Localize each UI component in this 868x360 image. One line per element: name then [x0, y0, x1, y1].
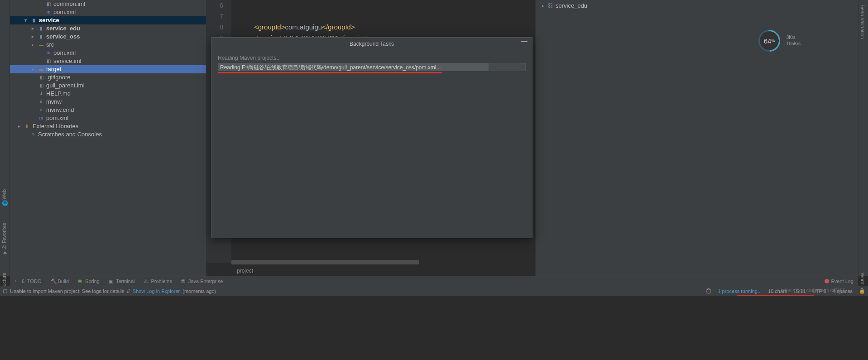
tree-label: mvnw.cmd: [46, 106, 74, 114]
maven-panel: ▸ ⛓ service_edu 64% 3K/s 105K/s: [535, 0, 858, 276]
chevron-right-icon: ▸: [32, 41, 36, 49]
network-gauge: 64% 3K/s 105K/s: [758, 27, 804, 54]
tab-event-log[interactable]: Event Log: [825, 278, 858, 284]
tab-java-enterprise[interactable]: ⛃Java Enterprise: [177, 276, 227, 286]
star-icon: ★: [1, 251, 7, 256]
tree-label: External Libraries: [33, 122, 78, 130]
tree-item-pom1[interactable]: mpom.xml: [10, 8, 206, 16]
tab-terminal[interactable]: ▣Terminal: [104, 276, 139, 286]
tree-label: .gitignore: [46, 73, 70, 82]
file-icon: ◧: [38, 74, 44, 81]
todo-icon: ≔: [14, 278, 20, 284]
tab-problems[interactable]: ⚠Problems: [139, 276, 176, 286]
tree-item-common-iml[interactable]: ◧common.iml: [10, 0, 206, 8]
task-label: Reading Maven projects..: [218, 55, 526, 61]
tree-item-help-md[interactable]: ⬇HELP.md: [10, 90, 206, 98]
status-sep: //: [127, 288, 130, 294]
tree-label: src: [46, 41, 54, 49]
gauge-download: 105K/s: [783, 41, 801, 47]
right-tool-strip: Bean Validation Word Book: [858, 0, 868, 276]
tree-label: common.iml: [53, 0, 85, 8]
project-tree[interactable]: ◧common.iml mpom.xml ▾▮service ▸▮service…: [10, 0, 206, 276]
tree-label: service_oss: [46, 33, 80, 41]
status-bar: ▢ Unable to import Maven project: See lo…: [0, 286, 868, 296]
annotation-underline: [218, 72, 442, 73]
tree-item-guli-parent-iml[interactable]: ◧guli_parent.iml: [10, 82, 206, 90]
xml-text: com.atguigu: [285, 23, 322, 31]
maven-item-service-edu[interactable]: ▸ ⛓ service_edu: [536, 0, 858, 11]
minimize-icon[interactable]: [521, 41, 528, 42]
tree-item-service-edu[interactable]: ▸▮service_edu: [10, 24, 206, 33]
maven-module-icon: ⛓: [547, 2, 553, 9]
tool-tab-bean-validation[interactable]: Bean Validation: [858, 1, 867, 43]
tree-item-scratches[interactable]: ✎Scratches and Consoles: [10, 130, 206, 139]
tree-label: guli_parent.iml: [46, 82, 85, 90]
chevron-down-icon: ▾: [24, 16, 29, 24]
status-suffix: (moments ago): [182, 288, 216, 294]
maven-icon: m: [45, 9, 52, 15]
tab-todo[interactable]: ≔6: TODO: [10, 276, 46, 286]
tree-label: target: [46, 65, 61, 73]
chevron-right-icon: ▸: [32, 65, 36, 73]
tree-item-service-oss[interactable]: ▸▮service_oss: [10, 33, 206, 41]
status-process[interactable]: 1 process running...: [718, 288, 762, 294]
left-tool-strip: 🌐Web ★2: Favorites ⁝⁝7: Structure: [0, 0, 10, 276]
empty-area: [0, 296, 868, 360]
gauge-stats: 3K/s 105K/s: [783, 34, 801, 47]
file-icon: ≡: [38, 99, 44, 105]
tree-label: pom.xml: [53, 8, 76, 16]
javaee-icon: ⛃: [181, 278, 187, 284]
globe-icon: 🌐: [1, 201, 7, 206]
status-link[interactable]: Show Log in Explorer: [133, 288, 180, 294]
maven-icon: m: [45, 50, 52, 56]
tree-label: service_edu: [46, 24, 80, 33]
scratch-icon: ✎: [30, 131, 36, 138]
chevron-right-icon: ▸: [542, 3, 544, 8]
tab-spring[interactable]: ❀Spring: [73, 276, 104, 286]
line-number: 6: [206, 0, 223, 11]
tool-tab-favorites[interactable]: ★2: Favorites: [0, 219, 8, 259]
gauge-percent: 64: [764, 37, 772, 45]
tree-item-pom3[interactable]: mpom.xml: [10, 114, 206, 122]
warning-icon: ⚠: [144, 278, 149, 284]
markdown-icon: ⬇: [38, 91, 44, 97]
tree-label: service: [39, 16, 59, 24]
tree-item-target[interactable]: ▸▬target: [10, 65, 206, 73]
dialog-title: Background Tasks: [350, 41, 394, 47]
tree-item-service[interactable]: ▾▮service: [10, 16, 206, 24]
tree-label: HELP.md: [46, 90, 71, 98]
tool-tab-web[interactable]: 🌐Web: [0, 186, 8, 210]
tab-label: Terminal: [116, 278, 135, 284]
dialog-title-bar[interactable]: Background Tasks: [211, 38, 532, 50]
tree-item-mvnw-cmd[interactable]: ≡mvnw.cmd: [10, 106, 206, 114]
gauge-percent-suffix: %: [771, 38, 775, 43]
tab-label: Build: [58, 278, 69, 284]
iml-icon: ◧: [45, 58, 52, 64]
chevron-right-icon: ▸: [32, 24, 36, 33]
iml-icon: ◧: [38, 82, 44, 89]
tree-item-gitignore[interactable]: ◧.gitignore: [10, 73, 206, 82]
tool-tab-label: Web: [1, 189, 7, 199]
lock-icon[interactable]: 🔒: [859, 288, 865, 294]
tree-item-pom2[interactable]: mpom.xml: [10, 49, 206, 57]
tree-label: mvnw: [46, 98, 62, 106]
tool-tab-label: Bean Validation: [860, 5, 865, 39]
tree-label: service.iml: [53, 57, 81, 65]
status-message[interactable]: ▢ Unable to import Maven project: See lo…: [3, 288, 216, 294]
tree-label: Scratches and Consoles: [38, 130, 102, 139]
window-icon: ▢: [3, 288, 7, 294]
error-dot-icon: [825, 279, 829, 283]
watermark: https://blog.csdn.net/qxz7456: [781, 288, 845, 293]
tab-label: 6: TODO: [22, 278, 42, 284]
tree-item-mvnw[interactable]: ≡mvnw: [10, 98, 206, 106]
tree-item-src[interactable]: ▸▬src: [10, 41, 206, 49]
horizontal-scrollbar[interactable]: [231, 260, 419, 264]
tree-label: pom.xml: [46, 114, 68, 122]
breadcrumb[interactable]: project: [231, 266, 253, 276]
line-number: 8: [206, 22, 223, 33]
tree-item-service-iml[interactable]: ◧service.iml: [10, 57, 206, 65]
tree-item-external-libraries[interactable]: ▸⊪External Libraries: [10, 122, 206, 130]
tab-build[interactable]: 🔨Build: [46, 276, 73, 286]
xml-tag: <groupId>: [254, 23, 285, 31]
progress-text: Reading F:/尚硅谷/在线教育项目/后端代码/demo/guli_par…: [220, 64, 441, 72]
